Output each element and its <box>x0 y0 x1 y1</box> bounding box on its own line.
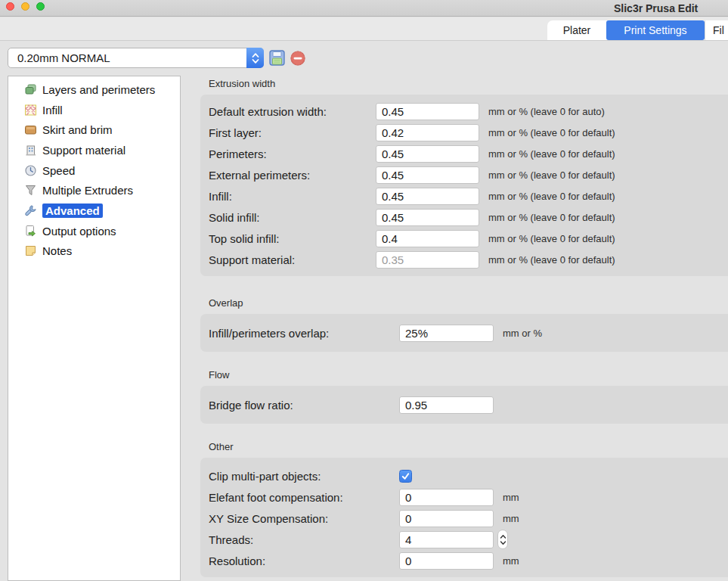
section-box: Bridge flow ratio: <box>200 386 728 424</box>
setting-label: External perimeters: <box>209 169 376 182</box>
window-title: Slic3r Prusa Edit <box>614 2 698 14</box>
tab-plater[interactable]: Plater <box>547 20 606 40</box>
sidebar-item-notes[interactable]: Notes <box>8 241 180 262</box>
tab-strip: PlaterPrint SettingsFil <box>0 17 728 41</box>
title-bar: Slic3r Prusa Edit <box>0 0 728 17</box>
setting-row: Perimeters:mm or % (leave 0 for default) <box>209 143 728 164</box>
preset-select[interactable]: 0.20mm NORMAL <box>8 48 264 68</box>
tab-print-settings[interactable]: Print Settings <box>606 20 705 40</box>
section-box: Default extrusion width:mm or % (leave 0… <box>200 95 728 276</box>
speed-icon <box>23 163 37 177</box>
setting-row: Default extrusion width:mm or % (leave 0… <box>209 101 728 122</box>
setting-row: XY Size Compensation:mm <box>209 508 728 529</box>
section-title: Overlap <box>209 297 728 309</box>
delete-preset-button[interactable] <box>290 50 306 67</box>
field-threads[interactable] <box>399 531 494 548</box>
setting-label: Default extrusion width: <box>209 105 376 118</box>
save-preset-button[interactable] <box>268 50 285 67</box>
sidebar-item-speed[interactable]: Speed <box>8 160 180 181</box>
sidebar-item-label: Advanced <box>42 204 103 218</box>
tab-fil[interactable]: Fil <box>705 20 728 40</box>
delete-icon <box>290 51 305 66</box>
unit-hint: mm or % (leave 0 for default) <box>488 254 615 266</box>
checkbox-clip-multi-part-objects[interactable] <box>399 470 412 483</box>
unit-hint: mm or % (leave 0 for default) <box>488 191 615 202</box>
sidebar-item-label: Output options <box>42 225 116 238</box>
field-elefant-foot-compensation[interactable] <box>399 489 494 506</box>
field-perimeters[interactable] <box>376 145 479 163</box>
minimize-button[interactable] <box>21 2 29 11</box>
notes-icon <box>23 244 37 258</box>
sidebar-item-infill[interactable]: Infill <box>8 100 180 120</box>
unit-hint: mm or % <box>503 328 542 339</box>
section-box: Clip multi-part objects:Elefant foot com… <box>200 458 728 577</box>
skirt-brim-icon <box>23 123 37 137</box>
close-button[interactable] <box>6 2 14 11</box>
sidebar-item-support-material[interactable]: Support material <box>8 140 180 160</box>
sidebar-item-label: Infill <box>42 104 63 117</box>
support-material-icon <box>23 143 37 157</box>
field-first-layer[interactable] <box>376 124 479 141</box>
sidebar-item-layers-and-perimeters[interactable]: Layers and perimeters <box>8 79 180 100</box>
section-title: Flow <box>209 369 728 381</box>
field-default-extrusion-width[interactable] <box>376 103 479 120</box>
section-box: Infill/perimeters overlap:mm or % <box>200 314 728 352</box>
section-title: Other <box>209 441 728 453</box>
unit-hint: mm <box>503 555 519 567</box>
sidebar-item-label: Layers and perimeters <box>42 83 155 96</box>
unit-hint: mm <box>503 492 519 503</box>
layers-icon <box>23 82 37 96</box>
field-external-perimeters[interactable] <box>376 166 479 184</box>
preset-value: 0.20mm NORMAL <box>17 51 110 64</box>
field-bridge-flow-ratio[interactable] <box>399 396 494 414</box>
section-title: Extrusion width <box>209 78 728 90</box>
setting-label: Elefant foot compensation: <box>209 491 399 504</box>
field-top-solid-infill[interactable] <box>376 230 479 247</box>
setting-label: XY Size Compensation: <box>209 512 399 525</box>
stepper-threads[interactable] <box>497 530 508 549</box>
field-infill[interactable] <box>376 188 479 205</box>
setting-row: Elefant foot compensation:mm <box>209 486 728 508</box>
save-icon <box>269 50 285 66</box>
setting-label: First layer: <box>209 126 376 139</box>
unit-hint: mm or % (leave 0 for default) <box>488 212 615 223</box>
sidebar-item-advanced[interactable]: Advanced <box>8 200 180 221</box>
setting-label: Perimeters: <box>209 148 376 160</box>
sidebar-item-output-options[interactable]: Output options <box>8 221 180 241</box>
unit-hint: mm or % (leave 0 for default) <box>488 233 615 244</box>
output-icon <box>23 224 37 238</box>
setting-label: Bridge flow ratio: <box>209 399 399 412</box>
stepper-down-icon <box>500 540 507 545</box>
tab-bar: PlaterPrint SettingsFil <box>547 20 728 40</box>
setting-label: Clip multi-part objects: <box>209 470 399 483</box>
stepper-up-icon <box>500 534 507 539</box>
section-extrusion-width: Extrusion widthDefault extrusion width:m… <box>200 78 728 276</box>
setting-label: Infill: <box>209 190 376 203</box>
field-support-material <box>376 251 479 269</box>
setting-label: Solid infill: <box>209 211 376 224</box>
section-overlap: OverlapInfill/perimeters overlap:mm or % <box>200 297 728 352</box>
chevron-up-down-icon[interactable] <box>246 48 264 68</box>
zoom-button[interactable] <box>36 2 45 11</box>
setting-row: Infill/perimeters overlap:mm or % <box>209 325 728 342</box>
sidebar-item-skirt-and-brim[interactable]: Skirt and brim <box>8 120 180 140</box>
sidebar-item-label: Skirt and brim <box>42 123 113 136</box>
sidebar-item-label: Support material <box>42 144 125 157</box>
settings-tree: Layers and perimetersInfillSkirt and bri… <box>8 76 181 581</box>
field-solid-infill[interactable] <box>376 209 479 226</box>
unit-hint: mm <box>503 513 519 524</box>
setting-label: Top solid infill: <box>209 232 376 245</box>
setting-label: Threads: <box>209 533 399 546</box>
field-infill-perimeters-overlap[interactable] <box>399 325 494 342</box>
setting-row: Bridge flow ratio: <box>209 396 728 414</box>
sidebar-item-label: Notes <box>42 244 72 257</box>
checkmark-icon <box>401 471 410 481</box>
infill-icon <box>23 103 37 117</box>
setting-row: Resolution:mm <box>209 550 728 571</box>
setting-row: Clip multi-part objects: <box>209 465 728 486</box>
setting-row: Threads: <box>209 529 728 550</box>
field-resolution[interactable] <box>399 552 494 570</box>
sidebar-item-multiple-extruders[interactable]: Multiple Extruders <box>8 180 180 200</box>
field-xy-size-compensation[interactable] <box>399 510 494 527</box>
setting-label: Support material: <box>209 253 376 266</box>
